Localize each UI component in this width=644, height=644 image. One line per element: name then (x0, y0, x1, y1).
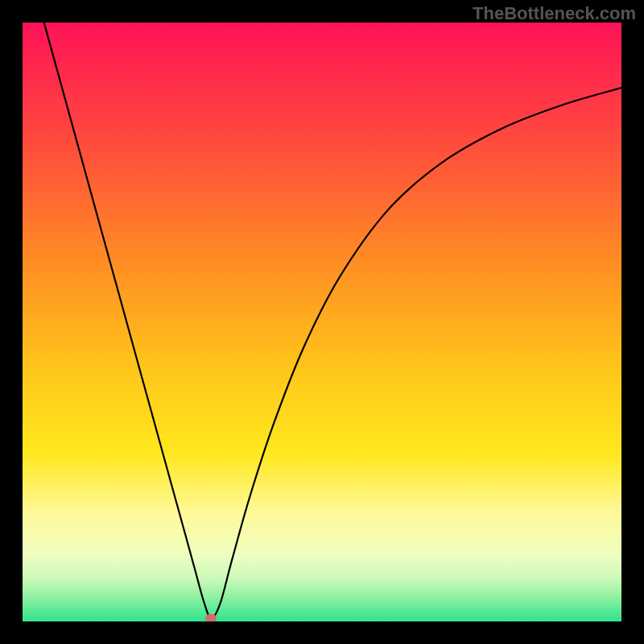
plot-area (23, 23, 621, 621)
bottleneck-curve (23, 23, 621, 618)
branding-text: TheBottleneck.com (473, 3, 636, 24)
curve-layer (23, 23, 621, 621)
chart-frame: TheBottleneck.com (0, 0, 644, 644)
min-marker (205, 614, 217, 621)
